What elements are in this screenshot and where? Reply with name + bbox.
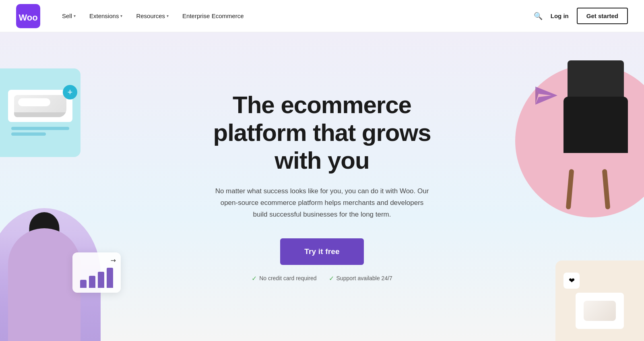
heart-icon: ❤ — [564, 273, 580, 289]
chart-bar-1 — [80, 280, 87, 288]
chart-bars — [77, 266, 116, 288]
card-lines — [8, 127, 72, 136]
chair-seat — [564, 97, 628, 153]
trust-badges: ✓ No credit card required ✓ Support avai… — [189, 275, 455, 282]
chevron-down-icon: ▾ — [74, 14, 76, 18]
chair-circle-deco — [515, 64, 644, 217]
shoe-image: + — [8, 90, 72, 122]
deco-line-2 — [11, 132, 46, 136]
logo[interactable]: Woo — [16, 4, 40, 28]
nav-link-sell[interactable]: Sell ▾ — [56, 9, 81, 23]
soap-product-deco: ❤ — [555, 260, 644, 341]
login-button[interactable]: Log in — [551, 12, 569, 19]
chair-back — [568, 60, 624, 101]
chart-bar-2 — [89, 276, 95, 288]
nav-link-resources[interactable]: Resources ▾ — [130, 9, 174, 23]
chevron-down-icon: ▾ — [120, 14, 122, 18]
nav-links: Sell ▾ Extensions ▾ Resources ▾ Enterpri… — [56, 9, 534, 23]
product-card-inner: ❤ — [564, 273, 636, 329]
chart-bar-3 — [98, 272, 104, 288]
chevron-down-icon: ▾ — [167, 14, 169, 18]
product-card-deco: + — [0, 68, 80, 157]
trust-item-support: ✓ Support available 24/7 — [329, 275, 392, 282]
hero-title: The ecommerce platform that grows with y… — [189, 91, 455, 174]
check-icon-2: ✓ — [329, 275, 334, 282]
arrow-icon: ↗ — [109, 256, 118, 265]
nav-link-enterprise[interactable]: Enterprise Ecommerce — [177, 9, 250, 23]
paper-plane-icon — [535, 87, 557, 105]
check-icon-1: ✓ — [252, 275, 257, 282]
deco-line-1 — [11, 127, 69, 130]
trust-item-cc: ✓ No credit card required — [252, 275, 316, 282]
search-icon[interactable]: 🔍 — [534, 12, 543, 21]
svg-text:Woo: Woo — [19, 12, 37, 22]
soap-shape — [584, 301, 616, 321]
nav-right: 🔍 Log in Get started — [534, 8, 628, 24]
chair-leg-front-left — [566, 169, 574, 210]
person-body — [8, 228, 80, 341]
chart-bar-4 — [107, 268, 113, 288]
hero-content: The ecommerce platform that grows with y… — [181, 91, 463, 282]
chair-image — [555, 97, 636, 209]
hero-section: + ↗ — [0, 32, 644, 341]
try-free-button[interactable]: Try it free — [280, 238, 364, 265]
product-box — [576, 293, 624, 329]
add-icon: + — [63, 85, 77, 99]
chair-leg-front-right — [602, 169, 611, 210]
navbar: Woo Sell ▾ Extensions ▾ Resources ▾ Ente… — [0, 0, 644, 32]
chart-card-deco: ↗ — [72, 252, 121, 293]
nav-link-extensions[interactable]: Extensions ▾ — [84, 9, 128, 23]
svg-marker-2 — [535, 87, 557, 105]
shoe-shape — [14, 95, 66, 117]
hero-subtitle: No matter what success looks like for yo… — [213, 186, 431, 221]
get-started-button[interactable]: Get started — [577, 8, 628, 24]
